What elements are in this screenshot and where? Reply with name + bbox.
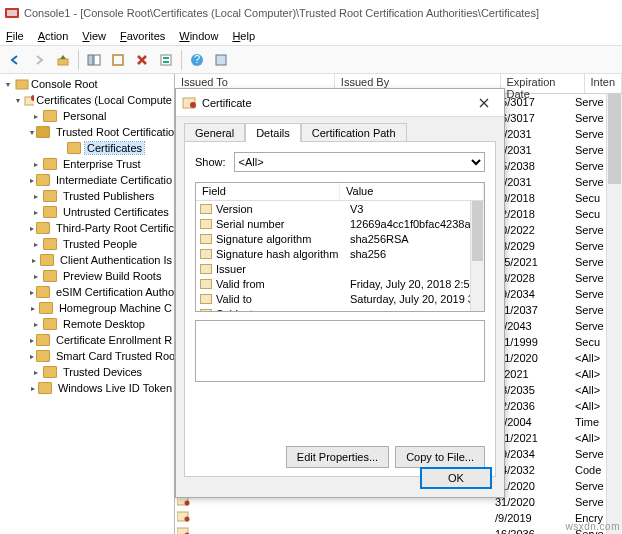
field-row[interactable]: Serial number12669a4cc1f0bfac4238afe9a6.… <box>196 216 484 231</box>
folder-icon <box>67 142 81 154</box>
tree-node[interactable]: ▸Intermediate Certificatio <box>0 172 174 188</box>
menu-action[interactable]: Action <box>38 30 69 42</box>
expand-icon[interactable]: ▸ <box>30 191 41 202</box>
expand-icon[interactable]: ▸ <box>30 335 34 346</box>
expand-icon[interactable]: ▸ <box>30 223 34 234</box>
tree-pane[interactable]: ▾ Console Root ▾ Certificates (Local Com… <box>0 74 175 534</box>
field-row[interactable]: Subject <box>196 306 484 311</box>
expand-icon[interactable]: ▸ <box>30 111 41 122</box>
collapse-icon[interactable]: ▾ <box>30 127 34 138</box>
tree-node[interactable]: ▸Smart Card Trusted Roo <box>0 348 174 364</box>
list-row[interactable]: /9/2019Encry <box>175 510 622 526</box>
field-row[interactable]: Signature hash algorithmsha256 <box>196 246 484 261</box>
tree-node[interactable]: ▸Third-Party Root Certific <box>0 220 174 236</box>
collapse-icon[interactable]: ▾ <box>14 95 22 106</box>
cut-button[interactable] <box>107 49 129 71</box>
expand-icon[interactable]: ▸ <box>30 383 36 394</box>
expand-icon[interactable]: ▸ <box>30 351 34 362</box>
list-row[interactable]: 16/2036Serve <box>175 526 622 534</box>
tab-general[interactable]: General <box>184 123 245 142</box>
col-intended[interactable]: Inten <box>585 74 622 93</box>
folder-icon <box>43 270 57 282</box>
help-button[interactable]: ? <box>186 49 208 71</box>
menu-favorites[interactable]: Favorites <box>120 30 165 42</box>
cell-expiration: /9/2031 <box>495 176 575 188</box>
expand-icon[interactable]: ▸ <box>30 319 41 330</box>
delete-button[interactable] <box>131 49 153 71</box>
expand-icon[interactable]: ▸ <box>30 159 41 170</box>
expand-icon[interactable]: ▸ <box>30 303 37 314</box>
export-button[interactable] <box>210 49 232 71</box>
tree-node[interactable]: ▸eSIM Certification Autho <box>0 284 174 300</box>
field-list-body[interactable]: VersionV3Serial number12669a4cc1f0bfac42… <box>196 201 484 311</box>
tree-node[interactable]: ▸Windows Live ID Token <box>0 380 174 396</box>
expand-icon[interactable]: ▸ <box>30 239 41 250</box>
col-field[interactable]: Field <box>196 183 340 200</box>
tree-node[interactable]: ▸Trusted Publishers <box>0 188 174 204</box>
expand-icon[interactable]: ▸ <box>30 175 34 186</box>
dialog-title: Certificate <box>202 97 470 109</box>
tree-root[interactable]: ▾ Console Root <box>0 76 174 92</box>
field-row[interactable]: Signature algorithmsha256RSA <box>196 231 484 246</box>
collapse-icon[interactable]: ▾ <box>2 79 13 90</box>
field-value: Friday, July 20, 2018 2:58:24 <box>350 278 484 290</box>
field-scrollbar[interactable] <box>470 201 484 311</box>
tree-node[interactable]: ▸Personal <box>0 108 174 124</box>
tab-details[interactable]: Details <box>245 123 301 142</box>
folder-icon <box>39 302 53 314</box>
tree-certificates-root[interactable]: ▾ Certificates (Local Compute <box>0 92 174 108</box>
vertical-scrollbar[interactable] <box>606 94 622 534</box>
expand-icon[interactable]: ▸ <box>30 367 41 378</box>
tree-node[interactable]: ▸Trusted People <box>0 236 174 252</box>
menu-help[interactable]: Help <box>232 30 255 42</box>
tree-node[interactable]: ▸Enterprise Trust <box>0 156 174 172</box>
menu-file[interactable]: File <box>6 30 24 42</box>
field-row[interactable]: Issuer <box>196 261 484 276</box>
tree-node[interactable]: ▾Trusted Root Certificatio <box>0 124 174 140</box>
show-select[interactable]: <All> <box>234 152 485 172</box>
toolbar-separator <box>181 50 182 70</box>
field-value: sha256 <box>350 248 484 260</box>
field-row[interactable]: Valid fromFriday, July 20, 2018 2:58:24 <box>196 276 484 291</box>
field-name: Valid to <box>216 293 350 305</box>
properties-button[interactable] <box>155 49 177 71</box>
tree-node[interactable]: ▸Homegroup Machine C <box>0 300 174 316</box>
svg-rect-5 <box>113 55 123 65</box>
menu-view[interactable]: View <box>82 30 106 42</box>
expand-icon[interactable]: ▸ <box>30 207 41 218</box>
show-hide-button[interactable] <box>83 49 105 71</box>
close-button[interactable] <box>470 93 498 113</box>
menu-window[interactable]: Window <box>179 30 218 42</box>
field-description-box[interactable] <box>195 320 485 382</box>
certificate-dialog: Certificate General Details Certificatio… <box>175 88 505 498</box>
forward-button[interactable] <box>28 49 50 71</box>
field-row[interactable]: VersionV3 <box>196 201 484 216</box>
scrollbar-thumb[interactable] <box>472 201 483 261</box>
tab-certification-path[interactable]: Certification Path <box>301 123 407 142</box>
ok-button[interactable]: OK <box>420 467 492 489</box>
tree-node[interactable]: ▸Untrusted Certificates <box>0 204 174 220</box>
col-value[interactable]: Value <box>340 183 484 200</box>
tree-node[interactable]: ▸Client Authentication Is <box>0 252 174 268</box>
tree-node[interactable]: Certificates <box>0 140 174 156</box>
edit-properties-button[interactable]: Edit Properties... <box>286 446 389 468</box>
expand-icon[interactable]: ▸ <box>30 287 34 298</box>
tree-node[interactable]: ▸Certificate Enrollment R <box>0 332 174 348</box>
cell-expiration: /7/2004 <box>495 416 575 428</box>
copy-to-file-button[interactable]: Copy to File... <box>395 446 485 468</box>
field-icon <box>200 279 212 289</box>
tree-node[interactable]: ▸Trusted Devices <box>0 364 174 380</box>
field-row[interactable]: Valid toSaturday, July 20, 2019 3:18:... <box>196 291 484 306</box>
cell-expiration: 15/3017 <box>495 96 575 108</box>
back-button[interactable] <box>4 49 26 71</box>
up-button[interactable] <box>52 49 74 71</box>
dialog-titlebar[interactable]: Certificate <box>176 89 504 117</box>
tree-node[interactable]: ▸Remote Desktop <box>0 316 174 332</box>
folder-icon <box>36 334 50 346</box>
col-expiration[interactable]: Expiration Date <box>501 74 585 93</box>
scrollbar-thumb[interactable] <box>608 94 621 184</box>
expand-icon[interactable]: ▸ <box>30 271 41 282</box>
expand-icon[interactable]: ▸ <box>30 255 38 266</box>
tree-node[interactable]: ▸Preview Build Roots <box>0 268 174 284</box>
field-list[interactable]: Field Value VersionV3Serial number12669a… <box>195 182 485 312</box>
